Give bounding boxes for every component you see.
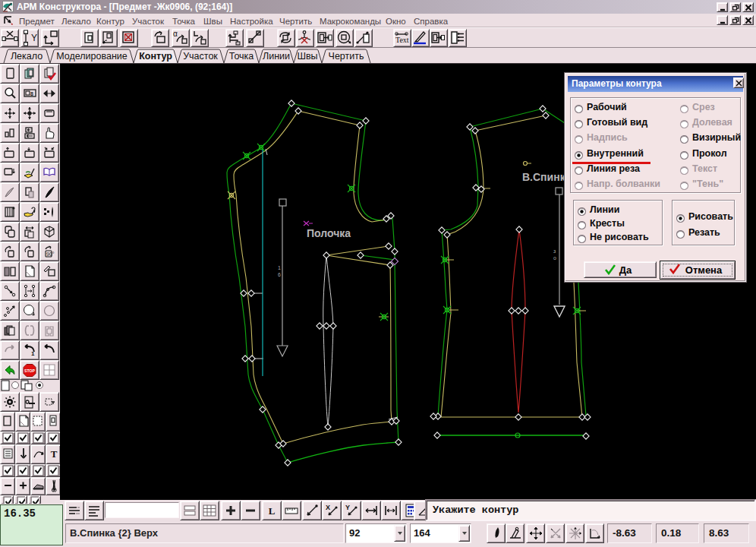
svg-text:В.Спинка: В.Спинка [522,171,572,183]
svg-text:Y: Y [345,504,350,511]
svg-text:90°: 90° [46,251,55,257]
svg-text:STOP: STOP [24,368,36,373]
svg-text:T: T [51,448,58,460]
svg-text:Y: Y [31,33,37,43]
svg-text:L: L [269,505,276,517]
svg-text:Полочка: Полочка [307,227,351,239]
svg-text:о: о [553,255,556,261]
svg-text:1: 1 [31,350,35,357]
svg-text:1: 1 [278,265,281,270]
svg-text:8: 8 [30,91,33,96]
svg-text:Text: Text [395,36,409,44]
svg-text:з: з [553,248,556,254]
svg-text:X: X [326,504,330,511]
svg-text:6: 6 [278,272,281,277]
svg-text:α: α [173,30,178,38]
